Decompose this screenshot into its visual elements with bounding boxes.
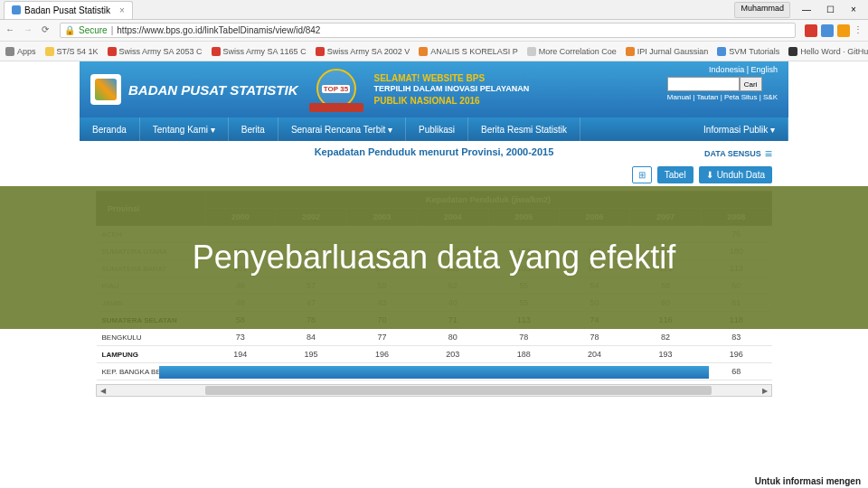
cell-value: 195 [276,346,346,363]
page-title: Kepadatan Penduduk menurut Provinsi, 200… [315,146,554,157]
nav-publikasi[interactable]: Publikasi [406,117,468,141]
bookmark-icon [788,47,797,56]
nav-informasi[interactable]: Informasi Publik ▾ [691,117,788,141]
cell-value: 196 [701,346,771,363]
scroll-left-icon[interactable]: ◀ [97,385,109,396]
minimize-icon[interactable]: — [796,2,817,18]
page-title-bar: Kepadatan Penduduk menurut Provinsi, 200… [80,141,788,163]
extension-icons: ⋮ [805,24,863,37]
tab-favicon [12,5,21,14]
scroll-right-icon[interactable]: ▶ [759,385,771,396]
download-icon: ⬇ [706,170,713,180]
cell-value: 73 [205,329,276,346]
nav-beranda[interactable]: Beranda [80,117,140,141]
bookmark-icon [527,47,536,56]
tabel-button[interactable]: Tabel [657,166,693,183]
lock-icon: 🔒 [64,25,75,35]
site-logo[interactable] [90,74,121,105]
nav-tentang[interactable]: Tentang Kami ▾ [140,117,229,141]
maximize-icon[interactable]: ☐ [819,2,841,18]
cell-value: 204 [559,346,629,363]
menu-icon[interactable]: ⋮ [854,24,863,37]
header-sublinks[interactable]: Manual | Tautan | Peta Situs | S&K [667,93,778,101]
nav-brs[interactable]: Berita Resmi Statistik [468,117,580,141]
bookmark-item[interactable]: ST/S 54 1K [45,47,99,56]
ext-icon-2[interactable] [821,24,834,37]
apps-icon [5,47,14,56]
bookmark-item[interactable]: IPI Jurnal Gaussian [626,47,709,56]
site-header: BADAN PUSAT STATISTIK TOP 35 SELAMAT! WE… [80,61,788,117]
bookmark-icon [316,47,325,56]
overlay-title: Penyebarluasan data yang efektif [193,239,675,277]
site-title: BADAN PUSAT STATISTIK [128,82,298,98]
bookmark-item[interactable]: Hello Word · GitHub [788,47,868,56]
reload-icon[interactable]: ⟳ [42,24,54,37]
bookmark-item[interactable]: Swiss Army SA 2002 V [316,47,410,56]
cell-value: 188 [488,346,559,363]
browser-tab[interactable]: Badan Pusat Statistik × [4,1,133,19]
cell-value: 80 [418,329,488,346]
bookmark-icon [717,47,726,56]
bookmarks-bar: Apps ST/S 54 1K Swiss Army SA 2053 C Swi… [0,42,868,61]
ext-icon-1[interactable] [805,24,817,37]
cell-value: 194 [205,346,276,363]
cell-provinsi: LAMPUNG [97,346,205,363]
cell-value: 82 [630,329,701,346]
slide-overlay: Penyebarluasan data yang efektif [0,186,868,329]
bookmark-item[interactable]: Swiss Army SA 2053 C [108,47,203,56]
address-bar: ← → ⟳ 🔒 Secure | https://www.bps.go.id/l… [0,20,868,42]
bookmark-icon [45,47,54,56]
bookmark-icon [212,47,221,56]
nav-senarai[interactable]: Senarai Rencana Terbit ▾ [278,117,406,141]
forward-icon[interactable]: → [24,24,36,37]
cell-value: 203 [418,346,488,363]
cell-value: 83 [701,329,771,346]
close-icon[interactable]: × [843,2,864,18]
search-input[interactable] [667,77,740,91]
apps-button[interactable]: Apps [5,47,36,56]
bookmark-item[interactable]: Swiss Army SA 1165 C [212,47,307,56]
bookmark-item[interactable]: SVM Tutorials [717,47,779,56]
back-icon[interactable]: ← [5,24,18,37]
data-sensus-link[interactable]: DATA SENSUS ≡ [704,146,772,161]
horizontal-scrollbar[interactable]: ◀ ▶ [96,384,772,397]
cell-value: 77 [346,329,417,346]
bookmark-item[interactable]: More Correlation Coe [527,47,617,56]
scroll-thumb[interactable] [205,386,712,395]
browser-tab-strip: Badan Pusat Statistik × Muhammad — ☐ × [0,0,868,20]
tab-close-icon[interactable]: × [119,5,125,15]
table-row: BENGKULU7384778078788283 [97,329,772,346]
url-field[interactable]: 🔒 Secure | https://www.bps.go.id/linkTab… [60,23,796,38]
main-nav: Beranda Tentang Kami ▾ Berita Senarai Re… [80,117,788,141]
cell-value: 196 [346,346,417,363]
secure-label: Secure [79,25,108,35]
cell-value: 193 [630,346,701,363]
bookmark-icon [626,47,635,56]
cell-value: 68 [701,363,771,380]
language-switch[interactable]: Indonesia | English [667,65,778,74]
ext-icon-3[interactable] [837,24,850,37]
search-button[interactable]: Cari [740,77,762,91]
hamburger-icon[interactable]: ≡ [765,146,772,161]
footer-blue-bar [159,366,709,379]
footer-info-text: Untuk informasi mengen [755,476,861,486]
bookmark-icon [108,47,117,56]
cell-value: 78 [488,329,559,346]
url-text: https://www.bps.go.id/linkTabelDinamis/v… [117,25,320,35]
nav-berita[interactable]: Berita [229,117,278,141]
cell-provinsi: BENGKULU [97,329,205,346]
user-badge[interactable]: Muhammad [734,2,790,18]
bookmark-icon [419,47,428,56]
view-toggle-icon[interactable]: ⊞ [632,166,652,183]
tab-title: Badan Pusat Statistik [24,5,110,15]
download-button[interactable]: ⬇Unduh Data [699,166,772,183]
cell-value: 84 [276,329,346,346]
table-row: LAMPUNG194195196203188204193196 [97,346,772,363]
bookmark-item[interactable]: ANALIS S KORELASI P [419,47,518,56]
award-badge: TOP 35 [309,69,363,110]
cell-value: 78 [559,329,629,346]
